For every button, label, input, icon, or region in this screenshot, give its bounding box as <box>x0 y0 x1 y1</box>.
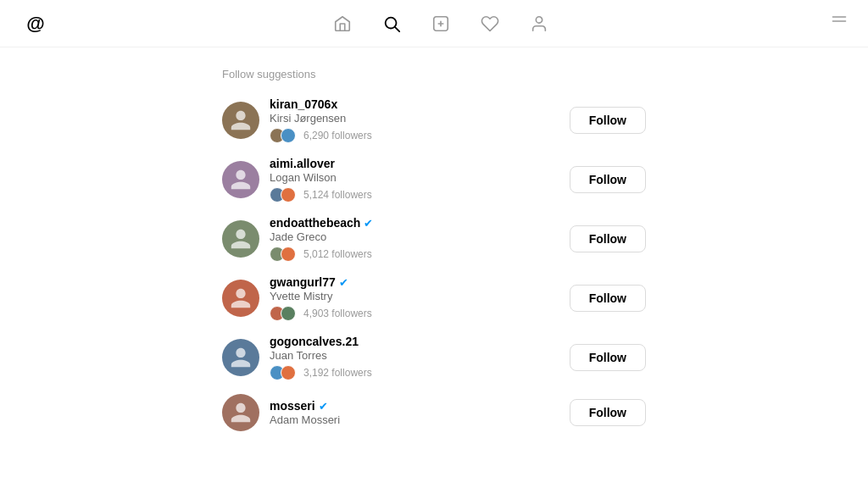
username[interactable]: kiran_0706x <box>270 97 337 111</box>
svg-point-3 <box>536 16 542 22</box>
follower-avatars <box>270 128 292 143</box>
app-logo[interactable]: @ <box>20 8 51 39</box>
followers-row: 6,290 followers <box>270 128 570 143</box>
follower-mini-avatar <box>281 187 296 202</box>
follower-mini-avatar <box>281 365 296 380</box>
follower-avatars <box>270 306 292 321</box>
suggestions-list: kiran_0706x Kirsi Jørgensen 6,290 follow… <box>222 91 646 438</box>
follow-button[interactable]: Follow <box>570 166 646 193</box>
follower-avatars <box>270 365 292 380</box>
username[interactable]: gogoncalves.21 <box>270 335 359 348</box>
display-name: Logan Wilson <box>270 171 570 184</box>
follow-button[interactable]: Follow <box>570 225 646 252</box>
display-name: Yvette Mistry <box>270 290 570 302</box>
user-avatar[interactable] <box>222 102 259 139</box>
follower-mini-avatar <box>281 247 296 262</box>
followers-count: 6,290 followers <box>303 130 372 141</box>
display-name: Jade Greco <box>270 230 570 243</box>
username-row: mosseri ✔ <box>270 399 570 413</box>
username-row: gogoncalves.21 <box>270 335 570 348</box>
suggestion-item: gwangurl77 ✔ Yvette Mistry 4,903 followe… <box>222 269 646 328</box>
username[interactable]: gwangurl77 <box>270 275 336 289</box>
user-avatar[interactable] <box>222 280 259 317</box>
user-info: gwangurl77 ✔ Yvette Mistry 4,903 followe… <box>270 275 570 321</box>
verified-badge: ✔ <box>319 400 328 413</box>
user-info: kiran_0706x Kirsi Jørgensen 6,290 follow… <box>270 97 570 143</box>
verified-badge: ✔ <box>364 217 373 230</box>
username-row: gwangurl77 ✔ <box>270 275 570 289</box>
suggestion-item: gogoncalves.21 Juan Torres 3,192 followe… <box>222 328 646 387</box>
svg-line-1 <box>395 27 399 31</box>
user-info: gogoncalves.21 Juan Torres 3,192 followe… <box>270 335 570 380</box>
username-row: aimi.allover <box>270 157 570 170</box>
followers-count: 4,903 followers <box>303 308 372 319</box>
nav-icons <box>333 14 548 33</box>
followers-count: 5,124 followers <box>303 189 372 201</box>
user-info: endoatthebeach ✔ Jade Greco 5,012 follow… <box>270 216 570 262</box>
follower-avatars <box>270 247 292 262</box>
user-avatar[interactable] <box>222 339 259 376</box>
suggestions-panel: Follow suggestions kiran_0706x Kirsi Jør… <box>222 68 646 468</box>
followers-row: 3,192 followers <box>270 365 570 380</box>
username-row: endoatthebeach ✔ <box>270 216 570 230</box>
follower-mini-avatar <box>281 128 296 143</box>
suggestion-item: endoatthebeach ✔ Jade Greco 5,012 follow… <box>222 209 646 269</box>
follow-button[interactable]: Follow <box>570 107 646 134</box>
suggestion-item: kiran_0706x Kirsi Jørgensen 6,290 follow… <box>222 91 646 150</box>
display-name: Kirsi Jørgensen <box>270 112 570 125</box>
username[interactable]: aimi.allover <box>270 157 335 170</box>
section-title: Follow suggestions <box>222 68 646 80</box>
user-info: aimi.allover Logan Wilson 5,124 follower… <box>270 157 570 202</box>
main-content: Follow suggestions kiran_0706x Kirsi Jør… <box>0 47 868 488</box>
compose-icon[interactable] <box>431 14 450 33</box>
nav-right <box>831 13 848 34</box>
heart-icon[interactable] <box>481 14 499 33</box>
top-navigation: @ <box>0 0 868 47</box>
user-info: mosseri ✔ Adam Mosseri <box>270 399 570 426</box>
menu-icon[interactable] <box>831 13 848 34</box>
display-name: Juan Torres <box>270 349 570 362</box>
follower-mini-avatar <box>281 306 296 321</box>
verified-badge: ✔ <box>339 276 348 289</box>
followers-count: 5,012 followers <box>303 248 372 260</box>
profile-icon[interactable] <box>530 14 548 33</box>
followers-row: 5,124 followers <box>270 187 570 202</box>
suggestion-item: aimi.allover Logan Wilson 5,124 follower… <box>222 150 646 209</box>
suggestion-item: mosseri ✔ Adam Mosseri Follow <box>222 387 646 438</box>
threads-logo-icon: @ <box>26 13 44 35</box>
follow-button[interactable]: Follow <box>570 285 646 312</box>
user-avatar[interactable] <box>222 394 259 431</box>
follower-avatars <box>270 187 292 202</box>
user-avatar[interactable] <box>222 161 259 198</box>
username[interactable]: mosseri <box>270 399 315 413</box>
followers-row: 5,012 followers <box>270 247 570 262</box>
follow-button[interactable]: Follow <box>570 344 646 371</box>
username-row: kiran_0706x <box>270 97 570 111</box>
followers-row: 4,903 followers <box>270 306 570 321</box>
username[interactable]: endoatthebeach <box>270 216 360 230</box>
user-avatar[interactable] <box>222 220 259 258</box>
followers-count: 3,192 followers <box>303 367 372 379</box>
home-icon[interactable] <box>333 14 352 33</box>
display-name: Adam Mosseri <box>270 413 570 426</box>
search-icon[interactable] <box>382 14 401 33</box>
follow-button[interactable]: Follow <box>570 399 646 426</box>
